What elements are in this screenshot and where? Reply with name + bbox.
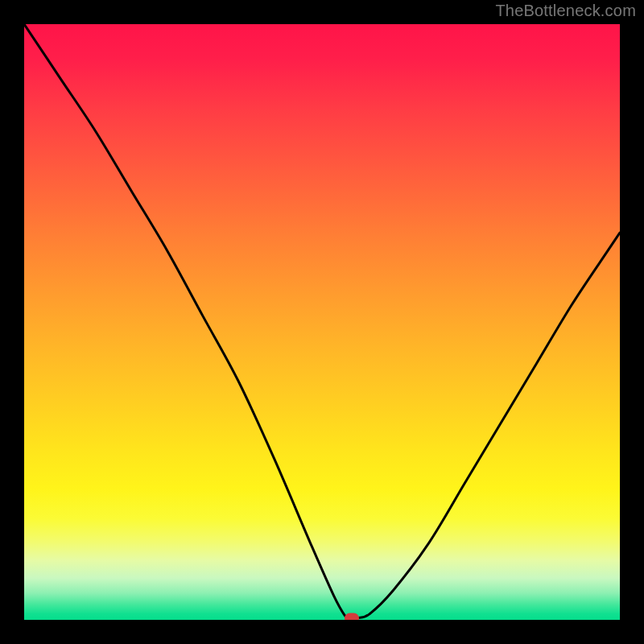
- chart-root: TheBottleneck.com: [0, 0, 644, 644]
- attribution-text: TheBottleneck.com: [495, 2, 636, 20]
- optimal-point-marker: [345, 613, 359, 620]
- bottleneck-curve: [24, 24, 620, 620]
- plot-area: [24, 24, 620, 620]
